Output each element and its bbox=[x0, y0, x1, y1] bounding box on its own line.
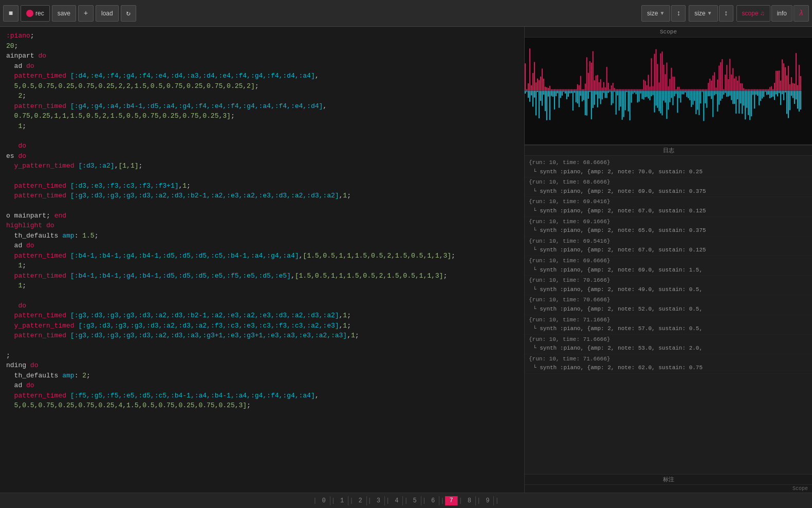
svg-rect-314 bbox=[729, 91, 730, 96]
svg-rect-122 bbox=[711, 81, 712, 91]
rec-button[interactable]: rec bbox=[21, 5, 50, 22]
svg-rect-242 bbox=[619, 91, 620, 111]
svg-rect-338 bbox=[766, 91, 767, 95]
svg-rect-121 bbox=[709, 79, 710, 90]
svg-rect-17 bbox=[549, 86, 550, 91]
code-line: 0.75,0.25,1,1,1.5,0.5,2,1.5,0.5,0.75,0.2… bbox=[0, 111, 524, 121]
svg-rect-134 bbox=[729, 59, 730, 90]
svg-rect-125 bbox=[715, 87, 716, 90]
svg-rect-264 bbox=[653, 91, 654, 95]
svg-rect-327 bbox=[749, 91, 750, 120]
svg-rect-358 bbox=[797, 91, 798, 109]
svg-rect-124 bbox=[714, 72, 715, 90]
svg-rect-283 bbox=[681, 91, 682, 95]
svg-rect-266 bbox=[656, 91, 657, 106]
size-label-2: size bbox=[694, 10, 705, 17]
svg-rect-89 bbox=[660, 53, 661, 91]
svg-rect-213 bbox=[574, 91, 575, 93]
page-3[interactable]: 3 bbox=[373, 496, 385, 505]
log-entry: {run: 10, time: 68.6666}└ synth :piano, … bbox=[525, 158, 812, 177]
svg-rect-97 bbox=[672, 77, 673, 90]
svg-rect-49 bbox=[599, 82, 600, 91]
toolbar-right: size ▼ ↕ size ▼ ↕ scope ♫ info λ bbox=[641, 5, 809, 22]
size-icon-button-1[interactable]: ↕ bbox=[671, 5, 686, 22]
svg-rect-294 bbox=[698, 91, 699, 115]
svg-rect-12 bbox=[542, 68, 543, 90]
page-7[interactable]: 7 bbox=[445, 496, 457, 505]
svg-rect-334 bbox=[760, 91, 761, 101]
scope-button[interactable]: scope ♫ bbox=[736, 5, 770, 22]
log-section-label: 日志 bbox=[525, 145, 812, 156]
svg-rect-16 bbox=[548, 88, 549, 90]
svg-rect-235 bbox=[608, 91, 609, 93]
page-6[interactable]: 6 bbox=[427, 496, 439, 505]
svg-rect-287 bbox=[688, 91, 689, 99]
page-1[interactable]: 1 bbox=[336, 496, 348, 505]
svg-rect-311 bbox=[725, 91, 726, 93]
svg-rect-318 bbox=[735, 91, 736, 114]
svg-rect-43 bbox=[589, 61, 590, 91]
svg-rect-270 bbox=[662, 91, 663, 116]
svg-rect-112 bbox=[695, 89, 696, 91]
svg-rect-259 bbox=[645, 91, 646, 98]
size-button-1[interactable]: size ▼ bbox=[641, 5, 670, 22]
svg-rect-308 bbox=[720, 91, 721, 101]
size-button-2[interactable]: size ▼ bbox=[689, 5, 717, 22]
svg-rect-194 bbox=[545, 91, 546, 112]
svg-rect-238 bbox=[613, 91, 614, 103]
page-4[interactable]: 4 bbox=[391, 496, 403, 505]
svg-rect-289 bbox=[691, 91, 692, 107]
svg-rect-142 bbox=[742, 83, 743, 90]
page-8[interactable]: 8 bbox=[464, 496, 476, 505]
svg-rect-36 bbox=[579, 85, 580, 91]
svg-rect-160 bbox=[769, 87, 770, 90]
svg-rect-345 bbox=[777, 91, 778, 97]
svg-rect-316 bbox=[732, 91, 733, 104]
lambda-button[interactable]: λ bbox=[793, 5, 809, 22]
svg-rect-307 bbox=[718, 91, 719, 105]
page-sep-6: | bbox=[421, 497, 427, 504]
page-5[interactable]: 5 bbox=[409, 496, 421, 505]
add-button[interactable]: + bbox=[78, 5, 94, 22]
load-button[interactable]: load bbox=[96, 5, 119, 22]
svg-rect-100 bbox=[677, 87, 678, 91]
svg-rect-188 bbox=[536, 91, 537, 116]
page-0[interactable]: 0 bbox=[318, 496, 330, 505]
svg-rect-315 bbox=[731, 91, 732, 100]
undo-button[interactable]: ↻ bbox=[121, 5, 136, 22]
svg-rect-133 bbox=[728, 79, 729, 91]
svg-rect-337 bbox=[765, 91, 766, 92]
page-2[interactable]: 2 bbox=[354, 496, 366, 505]
svg-rect-37 bbox=[580, 76, 581, 91]
size-icon-button-2[interactable]: ↕ bbox=[719, 5, 733, 22]
svg-rect-102 bbox=[680, 89, 681, 91]
svg-rect-138 bbox=[735, 77, 736, 91]
info-button[interactable]: info bbox=[771, 5, 792, 22]
log-area[interactable]: {run: 10, time: 68.6666}└ synth :piano, … bbox=[525, 156, 812, 474]
svg-rect-163 bbox=[774, 83, 775, 90]
svg-rect-79 bbox=[645, 81, 646, 90]
svg-rect-151 bbox=[755, 89, 756, 91]
svg-rect-277 bbox=[672, 91, 673, 105]
svg-rect-179 bbox=[799, 65, 800, 90]
svg-rect-176 bbox=[794, 83, 795, 90]
svg-rect-105 bbox=[685, 89, 686, 91]
code-line: 20; bbox=[0, 41, 524, 51]
svg-rect-244 bbox=[622, 91, 623, 120]
svg-rect-44 bbox=[591, 63, 592, 91]
svg-rect-298 bbox=[705, 91, 706, 103]
svg-rect-156 bbox=[763, 89, 764, 91]
play-stop-button[interactable]: ■ bbox=[3, 5, 19, 22]
code-line: pattern_timed [:d3,:e3,:f3,:c3,:f3,:f3+1… bbox=[0, 181, 524, 191]
page-9[interactable]: 9 bbox=[482, 496, 494, 505]
page-sep-5: | bbox=[403, 497, 409, 504]
code-editor[interactable]: :piano; 20; ainpart do ad do pattern_tim… bbox=[0, 27, 524, 493]
svg-rect-174 bbox=[791, 77, 792, 90]
page-sep-1: | bbox=[330, 497, 336, 504]
svg-rect-184 bbox=[529, 91, 530, 102]
code-line: highlight do bbox=[0, 221, 524, 231]
save-button[interactable]: save bbox=[52, 5, 76, 22]
code-line bbox=[0, 201, 524, 211]
svg-rect-56 bbox=[610, 89, 611, 91]
svg-rect-219 bbox=[583, 91, 584, 100]
